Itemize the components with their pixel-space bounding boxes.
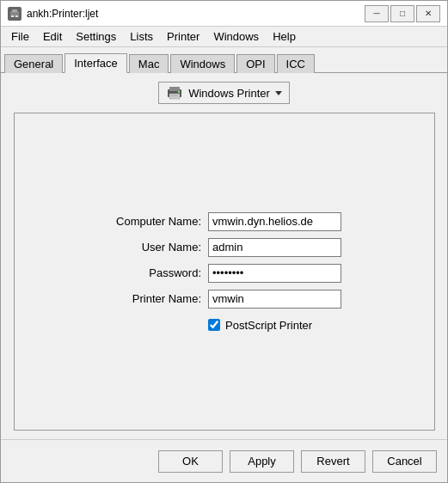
computer-name-label: Computer Name: [107, 215, 201, 228]
window-controls: ─ □ ✕ [365, 5, 440, 22]
svg-rect-2 [11, 15, 14, 17]
content-area: Windows Printer Computer Name: User Name… [1, 73, 447, 439]
password-input[interactable] [208, 264, 341, 283]
svg-rect-3 [15, 15, 18, 17]
tab-opi[interactable]: OPI [236, 54, 274, 73]
menu-help[interactable]: Help [266, 28, 303, 45]
postscript-row: PostScript Printer [208, 319, 312, 332]
tab-general[interactable]: General [4, 54, 63, 73]
revert-button[interactable]: Revert [301, 450, 365, 473]
ok-button[interactable]: OK [158, 450, 223, 473]
menu-settings[interactable]: Settings [69, 28, 123, 45]
main-window: ankh:Printer:ljet ─ □ ✕ File Edit Settin… [0, 0, 448, 483]
window-title: ankh:Printer:ljet [27, 8, 365, 20]
printer-name-label: Printer Name: [107, 292, 201, 305]
svg-rect-5 [169, 87, 180, 91]
panel-box: Computer Name: User Name: Password: Prin… [14, 113, 435, 431]
tab-windows[interactable]: Windows [170, 54, 235, 73]
tab-mac[interactable]: Mac [129, 54, 169, 73]
svg-point-8 [178, 91, 180, 93]
minimize-button[interactable]: ─ [365, 5, 389, 22]
computer-name-input[interactable] [208, 212, 341, 231]
title-bar: ankh:Printer:ljet ─ □ ✕ [1, 1, 447, 27]
window-icon [8, 7, 21, 21]
printer-name-input[interactable] [208, 290, 341, 309]
menu-bar: File Edit Settings Lists Printer Windows… [1, 27, 447, 47]
postscript-checkbox[interactable] [208, 319, 220, 331]
tab-bar: General Interface Mac Windows OPI ICC [1, 47, 447, 73]
dropdown-label: Windows Printer [188, 87, 270, 100]
printer-icon [166, 86, 183, 100]
user-name-row: User Name: [107, 238, 341, 257]
footer: OK Apply Revert Cancel [1, 439, 447, 482]
svg-rect-1 [12, 9, 17, 12]
chevron-down-icon [275, 91, 282, 95]
menu-file[interactable]: File [4, 28, 36, 45]
menu-printer[interactable]: Printer [160, 28, 206, 45]
form-area: Computer Name: User Name: Password: Prin… [107, 212, 341, 332]
close-button[interactable]: ✕ [416, 5, 440, 22]
password-row: Password: [107, 264, 341, 283]
dropdown-wrapper: Windows Printer [158, 82, 290, 104]
tab-interface[interactable]: Interface [64, 53, 127, 73]
restore-button[interactable]: □ [390, 5, 414, 22]
postscript-label: PostScript Printer [225, 319, 312, 332]
svg-rect-7 [171, 95, 178, 96]
dropdown-inner: Windows Printer [166, 86, 270, 100]
user-name-label: User Name: [107, 241, 201, 254]
windows-printer-dropdown[interactable]: Windows Printer [158, 82, 290, 104]
menu-lists[interactable]: Lists [123, 28, 160, 45]
computer-name-row: Computer Name: [107, 212, 341, 231]
user-name-input[interactable] [208, 238, 341, 257]
cancel-button[interactable]: Cancel [372, 450, 437, 473]
menu-edit[interactable]: Edit [36, 28, 69, 45]
apply-button[interactable]: Apply [230, 450, 294, 473]
menu-windows[interactable]: Windows [206, 28, 266, 45]
printer-name-row: Printer Name: [107, 290, 341, 309]
tab-icc[interactable]: ICC [277, 54, 315, 73]
password-label: Password: [107, 266, 201, 279]
